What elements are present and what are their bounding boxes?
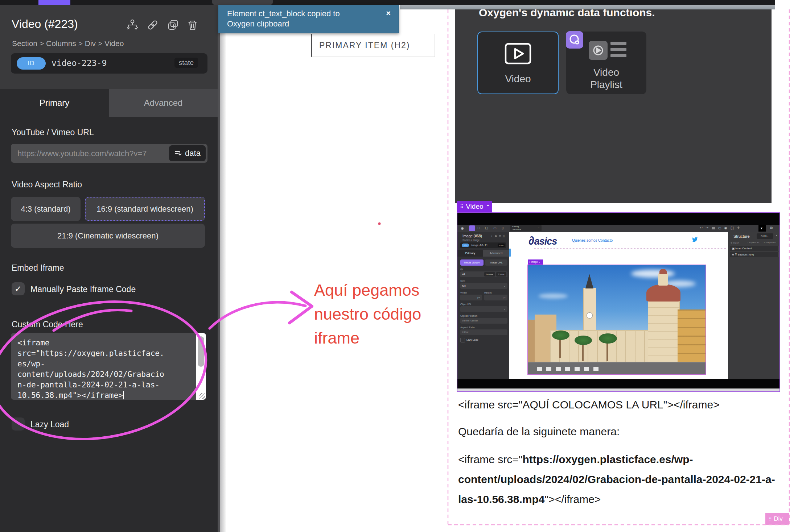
browser-top-bar bbox=[0, 0, 775, 5]
structure-item-section: ⊕ ⠿ Section (#67) bbox=[730, 252, 778, 257]
selected-element-tag[interactable]: ⠿ Video ⌃ bbox=[457, 201, 492, 212]
photo-shape bbox=[587, 312, 593, 319]
toast-notification: Element ct_text_block copied to Oxygen c… bbox=[218, 5, 399, 33]
shot-letterbox-bottom bbox=[457, 379, 780, 388]
shot-media-library-button: Media Library bbox=[460, 259, 484, 266]
photo-shape bbox=[658, 273, 668, 286]
structure-import: ⊕ Import bbox=[731, 241, 739, 244]
drag-handle-icon[interactable]: ⠿ bbox=[460, 204, 463, 209]
element-id-value[interactable]: video-223-9 bbox=[52, 58, 107, 68]
twitter-icon bbox=[692, 237, 698, 242]
shot-size-select: full⌄ bbox=[460, 283, 507, 289]
photo-shape bbox=[599, 333, 617, 344]
state-button[interactable]: state bbox=[174, 58, 198, 68]
selected-element-label: Video bbox=[466, 203, 483, 211]
nav-link-quienes: Quienes somos bbox=[572, 238, 597, 242]
code-line: 10.56.38.mp4"></iframe> bbox=[17, 390, 206, 400]
asics-logo: ∂asics bbox=[528, 234, 557, 248]
select-parent-icon[interactable] bbox=[126, 19, 139, 31]
export-icon-highlighted: ➤ bbox=[758, 225, 766, 232]
shot-id-row: ID image-68-11 state bbox=[460, 242, 506, 248]
shot-object-fit-select: ⌄ bbox=[460, 306, 507, 312]
resize-grip[interactable] bbox=[200, 393, 205, 399]
scrollbar-thumb[interactable] bbox=[198, 336, 204, 367]
photo-shape bbox=[575, 336, 592, 345]
tab-primary[interactable]: Primary bbox=[0, 89, 109, 117]
structure-expand-all: ↓ Expand All bbox=[747, 241, 759, 244]
aspect-16-9-button[interactable]: 16:9 (standard widescreen) bbox=[85, 197, 205, 221]
add-element-icon: ⊕ bbox=[461, 226, 464, 231]
embedded-video-frame[interactable]: ⊕ □ ▢ ▭ ▯ EditingServicios ⌄ ↶ ↷ ▤ ◷ ◉ {… bbox=[457, 212, 780, 392]
canvas-edge-handle bbox=[509, 249, 511, 257]
data-button[interactable]: data bbox=[169, 145, 206, 161]
breadcrumb[interactable]: Section > Columns > Div > Video bbox=[12, 39, 124, 48]
drag-handle-icon[interactable]: ⠿ bbox=[768, 516, 772, 522]
shot-image-tag: ⠿ image ⌄ bbox=[528, 259, 543, 265]
oxygen-badge-icon bbox=[566, 31, 583, 49]
element-title: Video (#223) bbox=[12, 17, 78, 31]
youtube-url-input[interactable] bbox=[17, 144, 170, 163]
aspect-21-9-button[interactable]: 21:9 (Cinematic widescreen) bbox=[11, 224, 205, 248]
playlist-bar-icon bbox=[610, 42, 626, 45]
top-bar-notch bbox=[212, 0, 273, 5]
photo-shape bbox=[659, 269, 667, 274]
inspector-header: Video (#223) Section > Columns > Div > V… bbox=[0, 5, 218, 89]
panel-divider bbox=[218, 5, 220, 532]
active-tab-indicator[interactable] bbox=[38, 0, 70, 5]
shot-image-url-button: Image URL bbox=[485, 259, 507, 266]
manual-paste-label: Manually Paste Iframe Code bbox=[30, 284, 136, 294]
chevron-up-icon[interactable]: ⌃ bbox=[486, 204, 490, 209]
shot-object-position-input: center center bbox=[460, 318, 507, 324]
device-desktop-icon bbox=[469, 225, 475, 231]
shot-height-input: px bbox=[484, 295, 507, 300]
photo-shape bbox=[648, 299, 680, 363]
hand-drawn-arrow-head bbox=[289, 292, 312, 323]
custom-code-textarea[interactable]: <iframe src="https://oxygen.plasticface.… bbox=[11, 333, 206, 400]
id-row: ID video-223-9 state bbox=[11, 53, 207, 74]
stray-dot bbox=[378, 223, 381, 225]
code-line: content/uploads/2024/02/Grabacio bbox=[17, 369, 206, 380]
chevron-down-icon: ⌄ bbox=[538, 226, 540, 229]
code-line: es/wp- bbox=[17, 359, 206, 369]
shot-breadcrumb: Section > Image bbox=[462, 239, 480, 241]
code-line: n-de-pantalla-2024-02-21-a-las- bbox=[17, 380, 206, 390]
valencia-photo bbox=[527, 265, 706, 375]
photo-shape bbox=[552, 331, 569, 340]
aspect-4-3-button[interactable]: 4:3 (standard) bbox=[11, 197, 81, 221]
photo-shape bbox=[537, 367, 602, 371]
playlist-tile-label-2: Playlist bbox=[566, 79, 646, 91]
video-playlist-element-tile[interactable]: Video Playlist bbox=[566, 32, 646, 94]
shot-tab-advanced: Advanced bbox=[483, 250, 509, 257]
delete-icon[interactable] bbox=[186, 19, 199, 31]
primary-item-block[interactable]: PRIMARY ITEM (H2) bbox=[311, 34, 435, 57]
video-icon bbox=[501, 42, 535, 66]
horizontal-scrollbar[interactable] bbox=[400, 5, 775, 9]
playlist-bar-icon bbox=[610, 48, 626, 51]
cursor-icon: ➤ bbox=[760, 226, 764, 230]
toolbar-right-icons: ↶ ↷ ▤ ◷ ◉ {} ✛ bbox=[700, 226, 741, 230]
shot-element-title: Image (#68) bbox=[462, 234, 482, 238]
manual-paste-checkbox[interactable]: ✓ bbox=[12, 282, 25, 295]
lazy-load-label: Lazy Load bbox=[30, 420, 69, 429]
shot-structure-panel: Structure Exit to... × ⊕ Import ↓ Expand… bbox=[728, 232, 780, 379]
toast-close-icon[interactable]: × bbox=[386, 9, 391, 18]
elements-panel: Oxygen's dynamic data functions. Video V… bbox=[455, 9, 772, 203]
photo-shape bbox=[539, 294, 568, 299]
panel-shadow bbox=[220, 5, 226, 532]
link-icon[interactable] bbox=[147, 19, 159, 31]
code-line: src="https://oxygen.plasticface. bbox=[17, 348, 206, 359]
div-element-tag[interactable]: ⠿ Div bbox=[765, 513, 789, 525]
shot-toolbar: ⊕ □ ▢ ▭ ▯ EditingServicios ⌄ ↶ ↷ ▤ ◷ ◉ {… bbox=[457, 225, 780, 232]
video-element-tile[interactable]: Video bbox=[477, 32, 559, 94]
duplicate-icon[interactable] bbox=[167, 19, 179, 31]
elements-panel-heading: Oxygen's dynamic data functions. bbox=[479, 9, 655, 19]
code-line: <iframe bbox=[17, 338, 206, 348]
textarea-scrollbar[interactable] bbox=[196, 333, 206, 400]
text-caret bbox=[123, 391, 124, 399]
structure-collapse-all: ↑ Collapse All bbox=[762, 241, 776, 244]
div-tag-label: Div bbox=[774, 515, 783, 523]
tab-advanced[interactable]: Advanced bbox=[109, 89, 218, 117]
youtube-url-label: YouTube / Vimeo URL bbox=[12, 128, 94, 137]
lazy-load-checkbox[interactable] bbox=[12, 417, 25, 431]
code-example-line-2: <iframe src="https://oxygen.plasticface.… bbox=[458, 449, 785, 509]
